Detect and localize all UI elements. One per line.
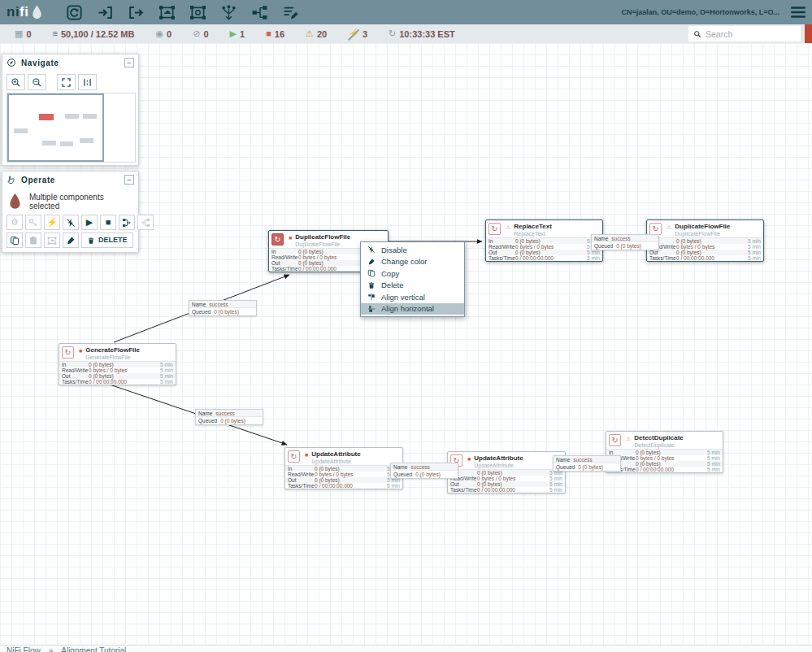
copy-button[interactable]	[7, 233, 23, 248]
processor-type: UpdateAttribute	[474, 463, 523, 468]
processor-name: ReplaceText	[514, 223, 552, 230]
zoom-out-button[interactable]	[28, 74, 46, 90]
current-user: CN=jaslan, OU=demo, O=Hortonworks, L=O..…	[621, 8, 779, 16]
stop-button[interactable]: ■	[100, 215, 116, 230]
copy-icon	[10, 236, 20, 246]
input-port-icon[interactable]	[97, 4, 114, 21]
run-status-icon: ⚠	[667, 224, 671, 231]
run-status-icon: ■	[79, 348, 82, 354]
connection-label[interactable]: Namesuccess Queued0 (0 bytes)	[195, 409, 263, 425]
navigate-collapse-button[interactable]: −	[124, 58, 134, 67]
group-button[interactable]	[44, 233, 60, 248]
hamburger-icon	[789, 3, 807, 21]
status-item: ■ 16	[266, 29, 284, 39]
create-template-button[interactable]	[137, 215, 154, 230]
status-item: ◉ 0	[155, 29, 172, 39]
edge-red-button[interactable]	[805, 24, 812, 43]
processor-type: DuplicateFlowFile	[675, 231, 730, 237]
processor-name: UpdateAttribute	[474, 454, 523, 462]
actual-size-button[interactable]	[78, 74, 97, 90]
connection-label[interactable]: Namesuccess Queued0 (0 bytes)	[553, 455, 621, 472]
context-menu-item[interactable]: Disable	[361, 244, 464, 256]
processor-name: DuplicateFlowFile	[675, 223, 730, 230]
breadcrumb-current[interactable]: Alignment Tutorial	[61, 646, 126, 651]
context-menu-item[interactable]: Delete	[361, 280, 464, 292]
menu-item-label: Disable	[381, 246, 407, 254]
disabled-icon: ⚡	[348, 29, 359, 38]
fit-icon	[61, 77, 72, 88]
operate-collapse-button[interactable]: −	[124, 175, 134, 185]
processor-node[interactable]: ↻ ■ UpdateAttribute UpdateAttribute In0 …	[284, 447, 403, 489]
process-group-icon[interactable]	[158, 4, 176, 21]
run-status-icon: ■	[289, 235, 292, 241]
start-button[interactable]: ▶	[81, 215, 98, 230]
processor-type-icon: ↻	[649, 223, 662, 235]
processor-type: ReplaceText	[514, 231, 552, 237]
status-item: ⚠ 20	[306, 29, 327, 39]
minimap-viewport[interactable]	[7, 93, 104, 162]
connection-label[interactable]: Namesuccess Queued0 (0 bytes)	[591, 234, 659, 250]
processor-node[interactable]: ↻ ⚠ DetectDuplicate DetectDuplicate In0 …	[606, 431, 723, 473]
zoom-in-button[interactable]	[7, 74, 25, 90]
processor-node[interactable]: ↻ ■ UpdateAttribute UpdateAttribute In0 …	[447, 451, 566, 493]
logo-text: ni	[7, 4, 20, 20]
delete-icon	[367, 281, 376, 289]
breadcrumb: NiFi Flow » Alignment Tutorial	[0, 645, 812, 652]
upload-template-button[interactable]	[119, 215, 135, 230]
status-item: ≡ 50,100 / 12.52 MB	[53, 29, 135, 39]
global-menu-button[interactable]	[789, 3, 807, 21]
context-menu-item[interactable]: Copy	[361, 267, 464, 280]
connection-label[interactable]: Namesuccess Queued0 (0 bytes)	[390, 463, 458, 479]
context-menu-item[interactable]: Align vertical	[361, 291, 464, 303]
context-menu-item[interactable]: Align horizontal	[361, 303, 464, 315]
status-value: 3	[363, 29, 367, 39]
zoom-fit-button[interactable]	[57, 74, 76, 90]
access-policies-button[interactable]	[25, 215, 41, 230]
processor-type: DuplicateFlowFile	[295, 241, 350, 247]
hand-icon	[7, 175, 16, 185]
status-bar: ▦ 0 ≡ 50,100 / 12.52 MB ◉ 0 ⊘ 0 ▶ 1 ■ 16…	[0, 24, 812, 43]
status-item: ▶ 1	[230, 29, 245, 39]
breadcrumb-root[interactable]: NiFi Flow	[7, 646, 41, 651]
key-icon	[28, 218, 38, 228]
connection-label[interactable]: Namesuccess Queued0 (0 bytes)	[189, 300, 257, 316]
nifi-logo: nifi	[7, 4, 43, 20]
operate-title: Operate	[21, 176, 55, 185]
warning-icon: ⚠	[306, 29, 314, 38]
one-to-one-icon	[82, 77, 93, 88]
context-menu-item[interactable]: Change color	[361, 256, 464, 268]
disable-button[interactable]	[63, 215, 79, 230]
minimap-component	[14, 128, 28, 133]
enable-button[interactable]: ⚡	[44, 215, 60, 230]
status-value: 1	[240, 29, 245, 39]
status-item: ↻ 10:33:33 EST	[389, 29, 455, 39]
label-icon[interactable]	[282, 4, 299, 21]
breadcrumb-separator: »	[49, 646, 54, 651]
search-input[interactable]	[706, 29, 796, 39]
flow-canvas[interactable]: ↻ ■ DuplicateFlowFile DuplicateFlowFile …	[0, 43, 812, 645]
status-item: ⚡ 3	[348, 29, 367, 39]
delete-button[interactable]: DELETE	[81, 233, 133, 248]
context-menu: Disable Change color Copy Delete Align v…	[360, 241, 465, 317]
birdseye-minimap[interactable]	[7, 93, 136, 163]
search-box	[688, 26, 801, 41]
processor-node[interactable]: ↻ ⚠ DuplicateFlowFile DuplicateFlowFile …	[646, 220, 764, 262]
remote-process-group-icon[interactable]	[189, 4, 206, 21]
configure-button[interactable]: ⚙	[7, 215, 23, 230]
processor-stats: In0 (0 bytes)5 min Read/Write0 bytes / 0…	[285, 465, 402, 489]
output-port-icon[interactable]	[128, 4, 145, 21]
processor-type-icon: ↻	[62, 346, 74, 359]
processor-icon[interactable]	[66, 4, 83, 21]
processor-name: GenerateFlowFile	[85, 346, 140, 354]
status-value: 20	[317, 29, 327, 39]
paste-button[interactable]	[25, 233, 41, 248]
copy-icon	[367, 269, 376, 277]
funnel-icon[interactable]	[220, 4, 237, 21]
menu-item-label: Delete	[381, 280, 403, 289]
change-color-button[interactable]	[63, 233, 79, 248]
status-value: 10:33:33 EST	[399, 29, 454, 39]
processor-node[interactable]: ↻ ⚠ ReplaceText ReplaceText In0 (0 bytes…	[485, 220, 603, 262]
processor-node[interactable]: ↻ ■ GenerateFlowFile GenerateFlowFile In…	[59, 343, 176, 385]
template-icon[interactable]	[251, 4, 268, 21]
template-flow-icon	[141, 218, 150, 228]
